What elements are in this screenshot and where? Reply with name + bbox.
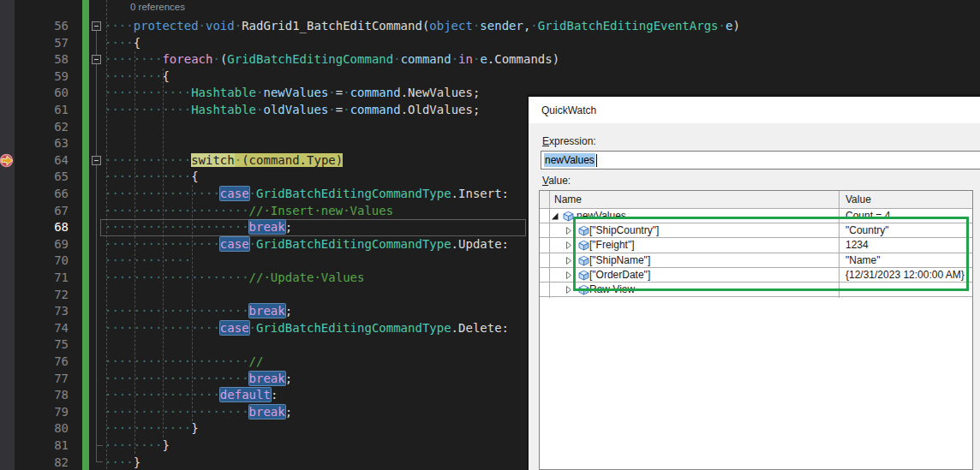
code-text: ············{ <box>105 169 199 186</box>
token: · <box>249 321 256 335</box>
token: ; <box>285 372 292 385</box>
token: ················ <box>105 388 220 402</box>
expander-collapsed-icon[interactable] <box>565 241 573 250</box>
token: · <box>249 187 256 200</box>
token: GridBatchEditingEventArgs <box>538 19 719 33</box>
token: ; <box>285 405 292 419</box>
line-number: 60 <box>17 85 69 102</box>
line-number: 56 <box>17 18 69 35</box>
token: //·Update·Values <box>249 271 365 284</box>
line-number: 67 <box>17 203 69 220</box>
token: RadGrid1_BatchEditCommand <box>242 19 422 33</box>
token: in <box>458 52 473 66</box>
quickwatch-titlebar: QuickWatch <box>529 97 980 123</box>
token: · <box>343 86 350 99</box>
expander-open-icon[interactable] <box>551 211 559 221</box>
expression-input[interactable]: newValues <box>541 151 980 170</box>
line-number: 68 <box>17 219 69 236</box>
line-number: 72 <box>17 287 69 304</box>
expander-collapsed-icon[interactable] <box>565 285 573 294</box>
code-text: ····protected·void·RadGrid1_BatchEditCom… <box>105 18 740 35</box>
token: ; <box>285 304 292 318</box>
code-text: ················default: <box>105 387 278 404</box>
token: . <box>451 187 458 200</box>
token: ) <box>553 52 559 66</box>
token: ···················· <box>105 372 249 385</box>
token: GridBatchEditingCommandType <box>256 237 451 251</box>
token: ···················· <box>105 271 249 284</box>
fold-collapse-icon[interactable] <box>92 21 101 31</box>
token: Delete <box>458 321 502 335</box>
code-line-59[interactable]: 59········{ <box>0 68 980 86</box>
code-text: ················case·GridBatchEditingCom… <box>105 236 509 253</box>
code-text: ············switch·(command.Type) <box>105 152 343 170</box>
line-number: 70 <box>17 253 69 270</box>
token: ········ <box>105 69 162 83</box>
token: ···················· <box>105 405 249 419</box>
token: break <box>249 405 285 419</box>
token: · <box>328 86 335 99</box>
token: break <box>249 372 285 385</box>
token: } <box>162 438 169 452</box>
token: { <box>134 36 140 50</box>
token: = <box>336 103 343 116</box>
token: } <box>191 421 198 435</box>
code-text: ········foreach·(GridBatchEditingCommand… <box>105 51 559 68</box>
token: ; <box>473 103 480 116</box>
token: ············ <box>105 86 191 99</box>
token: protected <box>134 19 199 33</box>
expander-collapsed-icon[interactable] <box>565 256 573 265</box>
token: NewValues <box>408 86 473 99</box>
token: ········ <box>105 52 162 66</box>
fold-collapse-icon[interactable] <box>92 55 101 64</box>
column-header-name[interactable]: Name <box>554 193 582 205</box>
token: command <box>350 103 401 116</box>
token: ················ <box>105 321 220 335</box>
breakpoint-current-statement-icon[interactable] <box>0 153 15 168</box>
token: · <box>199 19 206 33</box>
code-text: ············Hashtable·oldValues·=·comman… <box>105 102 480 119</box>
fold-collapse-icon[interactable] <box>92 156 101 165</box>
token: · <box>343 103 350 116</box>
token: ············ <box>105 421 191 435</box>
line-number: 74 <box>17 320 69 337</box>
token: GridBatchEditingCommandType <box>256 187 451 200</box>
token: · <box>212 52 219 66</box>
expander-collapsed-icon[interactable] <box>565 271 573 280</box>
token: ···· <box>105 455 134 469</box>
token: foreach <box>162 52 212 66</box>
line-number: 59 <box>17 68 69 86</box>
code-text: ············} <box>105 420 199 437</box>
expression-label: Expression: <box>542 135 596 147</box>
token: sender <box>480 19 523 33</box>
code-text: ····················break; <box>105 303 292 320</box>
token: · <box>393 52 400 66</box>
token: · <box>530 19 537 33</box>
code-text: ····} <box>105 455 140 470</box>
token: case <box>220 237 249 251</box>
column-header-value[interactable]: Value <box>846 193 871 205</box>
code-text: ····{ <box>105 35 140 52</box>
code-text: ················case·GridBatchEditingCom… <box>105 320 509 337</box>
token: object <box>429 19 473 33</box>
token: . <box>401 86 408 99</box>
watch-value-table[interactable]: Name Value newValuesCount = 4["ShipCount… <box>539 190 973 470</box>
code-text: ····················//·Update·Values <box>105 270 364 287</box>
code-line-57[interactable]: 57····{ <box>0 35 980 52</box>
line-number: 78 <box>17 387 69 404</box>
token: default <box>220 388 271 402</box>
expander-collapsed-icon[interactable] <box>565 226 573 235</box>
token: GridBatchEditingCommand <box>227 52 393 66</box>
token: : <box>271 388 278 402</box>
line-number: 73 <box>17 303 69 320</box>
line-number: 57 <box>17 35 69 52</box>
token: { <box>162 69 169 83</box>
line-number: 75 <box>17 336 69 354</box>
code-line-56[interactable]: 56····protected·void·RadGrid1_BatchEditC… <box>0 18 980 35</box>
token: Hashtable <box>191 86 256 99</box>
code-text: ····················break; <box>105 404 292 421</box>
line-number: 80 <box>17 420 69 437</box>
token: (command.Type) <box>242 153 343 167</box>
code-text: ····················break; <box>105 219 292 236</box>
code-line-58[interactable]: 58········foreach·(GridBatchEditingComma… <box>0 51 980 68</box>
